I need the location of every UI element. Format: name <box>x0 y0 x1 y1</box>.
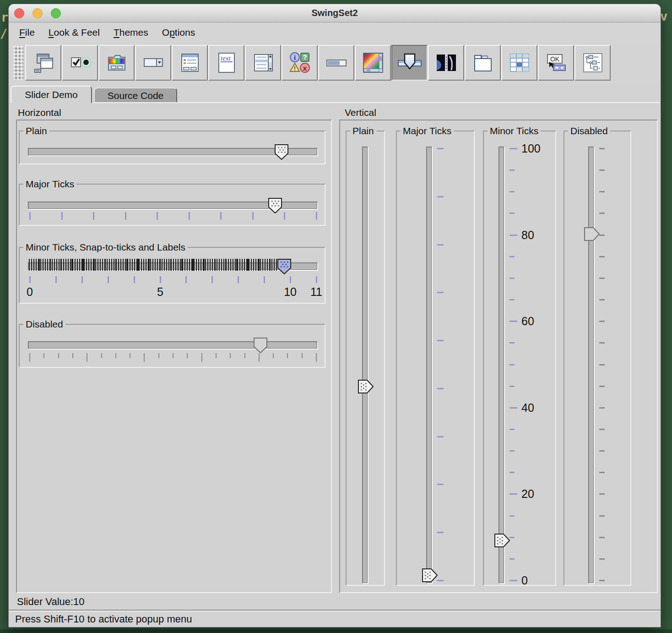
toolbar-button-option-pane[interactable]: i ? ! x <box>282 45 318 81</box>
group-vertical-minor-ticks: Minor Ticks 100806040200 <box>483 131 556 586</box>
menu-bar: File Look & Feel Themes Options <box>9 23 661 42</box>
tick-mark <box>87 353 87 362</box>
svg-text:x: x <box>303 64 307 72</box>
tick-mark <box>29 276 31 283</box>
toolbar-button-slider[interactable] <box>391 45 428 81</box>
slider-demo-panel: Horizontal Vertical Plain Major Ticks Mi… <box>11 102 660 608</box>
horizontal-section-title: Horizontal <box>18 107 61 118</box>
title-bar[interactable]: SwingSet2 <box>9 4 661 22</box>
tick-mark <box>185 276 187 283</box>
toolbar: text <box>9 42 661 84</box>
background-terminal-char: / <box>0 27 7 41</box>
progress-bar-icon <box>325 51 348 75</box>
tick-mark <box>509 169 515 171</box>
tick-label: 10 <box>284 285 297 299</box>
tick-mark <box>244 353 245 358</box>
desktop-edge <box>0 629 672 633</box>
slider-thumb[interactable] <box>584 227 600 241</box>
toolbar-button-combo-box[interactable] <box>135 45 171 81</box>
tick-mark <box>599 429 605 430</box>
tick-mark <box>316 276 317 283</box>
group-title: Plain <box>350 126 376 136</box>
group-title: Disabled <box>23 319 65 330</box>
tick-mark <box>599 537 605 538</box>
tick-mark <box>238 276 239 283</box>
tick-mark <box>599 256 605 257</box>
table-icon <box>508 51 531 75</box>
tick-mark <box>509 191 515 192</box>
tick-mark <box>43 353 44 358</box>
slider-track[interactable] <box>499 147 504 583</box>
toolbar-button-scroll-pane[interactable] <box>355 45 391 81</box>
slider-track[interactable] <box>28 341 317 349</box>
toolbar-button-tabbed-pane[interactable] <box>465 45 501 81</box>
slider-thumb[interactable] <box>275 144 288 160</box>
menu-file[interactable]: File <box>12 25 42 40</box>
slider-icon <box>397 50 423 76</box>
tick-mark <box>437 340 444 341</box>
tick-mark <box>509 278 515 279</box>
group-title: Major Ticks <box>23 179 76 190</box>
toolbar-button-split-pane[interactable] <box>428 45 464 81</box>
slider-track[interactable] <box>588 147 594 583</box>
menu-look-and-feel[interactable]: Look & Feel <box>42 25 107 40</box>
tick-mark <box>55 276 57 283</box>
slider-thumb[interactable] <box>358 380 374 393</box>
tick-mark <box>58 353 59 358</box>
tick-mark <box>599 472 605 473</box>
tick-label: 40 <box>521 401 534 414</box>
tick-mark <box>437 388 444 389</box>
tick-mark <box>130 353 130 358</box>
text-page-icon: text <box>215 51 238 75</box>
tab-slider-demo[interactable]: Slider Demo <box>11 86 92 103</box>
tick-mark <box>599 342 605 344</box>
tick-mark <box>437 532 444 533</box>
tick-mark <box>173 353 173 358</box>
tick-mark <box>509 537 515 538</box>
slider-thumb[interactable] <box>422 568 438 582</box>
toolbar-button-table[interactable] <box>501 45 537 81</box>
tick-mark <box>599 558 605 560</box>
slider-thumb[interactable] <box>494 534 510 547</box>
tick-mark <box>437 436 444 437</box>
toolbar-button-list[interactable] <box>245 45 281 81</box>
tab-source-code[interactable]: Source Code <box>94 87 177 103</box>
tick-mark <box>599 169 605 171</box>
tick-mark <box>220 212 222 220</box>
toolbar-button-color-chooser[interactable] <box>98 45 135 81</box>
tick-mark <box>509 493 517 495</box>
slider-thumb[interactable] <box>277 259 291 274</box>
slider-track[interactable] <box>28 148 317 155</box>
tick-mark <box>29 212 31 220</box>
tick-mark <box>437 580 444 581</box>
tick-mark <box>29 353 30 362</box>
tree-icon <box>581 51 605 75</box>
tick-mark <box>259 353 260 362</box>
slider-track[interactable] <box>362 147 368 583</box>
toolbar-button-progress-bar[interactable] <box>318 45 354 81</box>
tick-mark <box>437 196 444 197</box>
group-vertical-plain: Plain <box>346 131 385 586</box>
menu-themes[interactable]: Themes <box>107 25 155 40</box>
group-vertical-disabled: Disabled <box>564 131 631 586</box>
toolbar-button-html-text[interactable]: text <box>208 45 244 81</box>
slider-thumb[interactable] <box>254 338 267 353</box>
tick-mark <box>599 580 605 581</box>
minor-tick-marks <box>29 259 278 271</box>
toolbar-button-internal-frame[interactable] <box>25 45 61 81</box>
group-title: Disabled <box>568 126 610 136</box>
tick-label: 20 <box>521 487 534 501</box>
toolbar-button-file-chooser[interactable] <box>172 45 208 81</box>
toolbar-button-tree[interactable] <box>574 45 611 81</box>
tick-label: 80 <box>521 228 534 241</box>
combo-box-icon <box>141 51 165 75</box>
tick-mark <box>134 276 135 283</box>
toolbar-button-buttons[interactable] <box>62 45 98 81</box>
toolbar-drag-handle[interactable] <box>13 46 23 80</box>
toolbar-button-tool-tip[interactable]: OK <box>538 45 574 81</box>
group-horizontal-major-ticks: Major Ticks <box>19 184 325 226</box>
tick-mark <box>290 276 291 283</box>
menu-options[interactable]: Options <box>155 25 202 40</box>
slider-thumb[interactable] <box>268 198 282 213</box>
slider-track[interactable] <box>426 147 432 583</box>
